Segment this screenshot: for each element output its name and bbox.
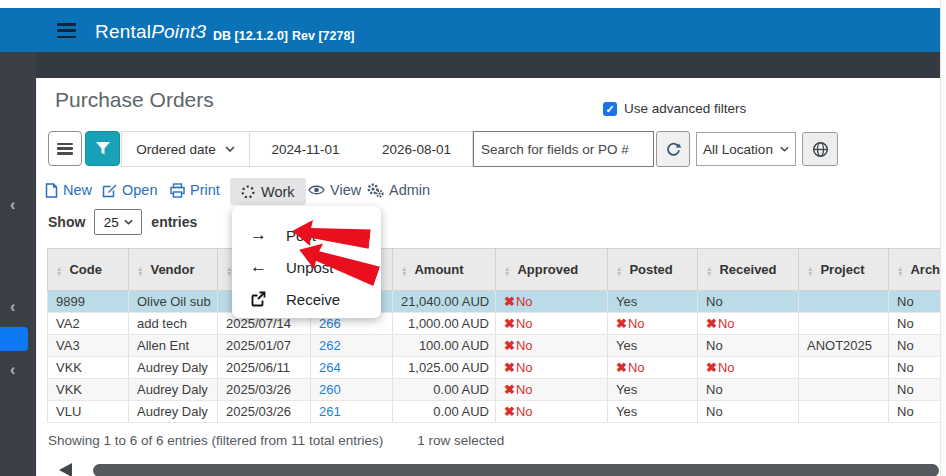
cell-po-link[interactable]: 264: [311, 357, 393, 379]
cell-project: [799, 357, 889, 379]
toolbar-item-label: New: [63, 182, 92, 198]
menu-item-label: Post: [286, 227, 316, 244]
column-header[interactable]: ▲▼Project: [799, 249, 889, 291]
spinner-icon: [241, 185, 255, 199]
page-length-select[interactable]: 25: [94, 209, 142, 235]
eye-icon: [308, 184, 325, 196]
app-menu-icon[interactable]: [57, 23, 76, 38]
cell-vendor: add tech: [129, 313, 218, 335]
x-mark-icon: ✖: [504, 382, 515, 397]
toolbar-item-work[interactable]: Work: [230, 178, 306, 205]
table-row[interactable]: 9899Olive Oil sub21,040.00 AUD✖NoYesNoNo: [48, 291, 946, 313]
x-mark-icon: ✖: [616, 316, 627, 331]
chevron-down-icon: [124, 219, 133, 225]
sort-icon: ▲▼: [401, 266, 407, 276]
purchase-orders-panel: Purchase Orders ✓ Use advanced filters O…: [37, 78, 946, 476]
cell-archived: No: [889, 379, 946, 401]
table-row[interactable]: VA2add tech2025/07/142661,000.00 AUD✖No✖…: [48, 313, 946, 335]
toolbar-item-open[interactable]: Open: [102, 182, 157, 198]
entries-label: entries: [151, 214, 197, 230]
globe-button[interactable]: [802, 132, 838, 166]
table-row[interactable]: VKKAudrey Daly2025/06/112641,025.00 AUD✖…: [48, 357, 946, 379]
cell-project: [799, 379, 889, 401]
location-select[interactable]: All Location: [696, 132, 796, 166]
date-from-input[interactable]: 2024-11-01: [250, 132, 361, 166]
horizontal-scrollbar-thumb[interactable]: [93, 464, 939, 476]
cell-po-link[interactable]: 261: [311, 401, 393, 423]
filter-button[interactable]: [85, 131, 120, 166]
length-menu: Show 25 entries: [48, 209, 197, 235]
table-row[interactable]: VA3Allen Ent2025/01/07262100.00 AUD✖NoYe…: [48, 335, 946, 357]
menu-item-label: Unpost: [286, 259, 334, 276]
sort-icon: ▲▼: [504, 266, 510, 276]
cell-posted: Yes: [608, 335, 698, 357]
refresh-button[interactable]: [656, 131, 690, 167]
cell-archived: No: [889, 313, 946, 335]
cell-date: 2025/06/11: [218, 357, 311, 379]
edit-icon: [102, 183, 117, 198]
sidebar-collapse-icon[interactable]: ‹: [10, 300, 15, 314]
cell-received: No: [698, 379, 799, 401]
cell-amount: 1,025.00 AUD: [393, 357, 496, 379]
toolbar-item-admin[interactable]: Admin: [367, 182, 430, 198]
column-header-label: Received: [719, 262, 776, 277]
table-menu-button[interactable]: [48, 131, 82, 166]
top-strip: [0, 0, 946, 8]
search-input[interactable]: [473, 131, 654, 167]
sort-icon: ▲▼: [56, 266, 62, 276]
date-to-input[interactable]: 2026-08-01: [361, 132, 472, 166]
rentalpoint-window: RentalPoint3 DB [12.1.2.0] Rev [7278] ‹ …: [0, 0, 946, 476]
menu-item-post[interactable]: → Post: [232, 219, 381, 251]
work-dropdown-menu: → Post ← Unpost Receive: [232, 206, 381, 318]
table-row[interactable]: VKKAudrey Daly2025/03/262600.00 AUD✖NoYe…: [48, 379, 946, 401]
sort-icon: ▲▼: [706, 266, 712, 276]
toolbar-item-view[interactable]: View: [308, 182, 361, 198]
column-header-label: Archi: [910, 262, 943, 277]
toolbar-item-label: Work: [261, 184, 295, 200]
sidebar-collapse-icon[interactable]: ‹: [10, 363, 15, 377]
cell-approved: ✖No: [496, 291, 608, 313]
cell-project: [799, 313, 889, 335]
column-header[interactable]: ▲▼Posted: [608, 249, 698, 291]
chevron-down-icon: [225, 146, 235, 152]
cell-approved: ✖No: [496, 401, 608, 423]
app-brand: RentalPoint3: [95, 21, 206, 43]
page-title: Purchase Orders: [55, 88, 214, 112]
column-header[interactable]: ▲▼Code: [48, 249, 129, 291]
po-table-body: 9899Olive Oil sub21,040.00 AUD✖NoYesNoNo…: [48, 291, 946, 423]
chevron-down-icon: [780, 146, 789, 152]
menu-item-receive[interactable]: Receive: [232, 283, 381, 315]
column-header[interactable]: ▲▼Archi: [889, 249, 946, 291]
cell-po-link[interactable]: 260: [311, 379, 393, 401]
arrow-left-icon: ←: [250, 257, 268, 277]
location-value: All Location: [703, 142, 773, 157]
sort-icon: ▲▼: [897, 266, 903, 276]
vertical-scrollbar-track[interactable]: [940, 0, 946, 476]
cell-po-link[interactable]: 262: [311, 335, 393, 357]
cell-vendor: Audrey Daly: [129, 401, 218, 423]
toolbar-item-label: View: [330, 182, 361, 198]
column-header[interactable]: ▲▼Received: [698, 249, 799, 291]
column-header-label: Posted: [629, 262, 672, 277]
left-sidebar: ‹ ‹ ‹: [0, 52, 36, 476]
table-footer: Showing 1 to 6 of 6 entries (filtered fr…: [48, 433, 504, 448]
date-field-select[interactable]: Ordered date: [122, 132, 250, 166]
column-header[interactable]: ▲▼Vendor: [129, 249, 218, 291]
column-header-label: Project: [820, 262, 864, 277]
checkbox-checked-icon[interactable]: ✓: [603, 102, 617, 116]
cell-code: VKK: [48, 357, 129, 379]
scroll-left-arrow-icon[interactable]: [59, 463, 72, 476]
printer-icon: [170, 183, 185, 198]
toolbar-item-label: Admin: [389, 182, 430, 198]
menu-item-unpost[interactable]: ← Unpost: [232, 251, 381, 283]
column-header[interactable]: ▲▼Amount: [393, 249, 496, 291]
toolbar-item-print[interactable]: Print: [170, 182, 220, 198]
cell-code: VLU: [48, 401, 129, 423]
advanced-filters-toggle[interactable]: ✓ Use advanced filters: [603, 101, 746, 116]
column-header[interactable]: ▲▼Approved: [496, 249, 608, 291]
sidebar-collapse-icon[interactable]: ‹: [10, 198, 15, 212]
sidebar-active-item[interactable]: [0, 327, 28, 351]
cell-vendor: Olive Oil sub: [129, 291, 218, 313]
toolbar-item-new[interactable]: New: [45, 182, 92, 198]
table-row[interactable]: VLUAudrey Daly2025/03/262610.00 AUD✖NoYe…: [48, 401, 946, 423]
